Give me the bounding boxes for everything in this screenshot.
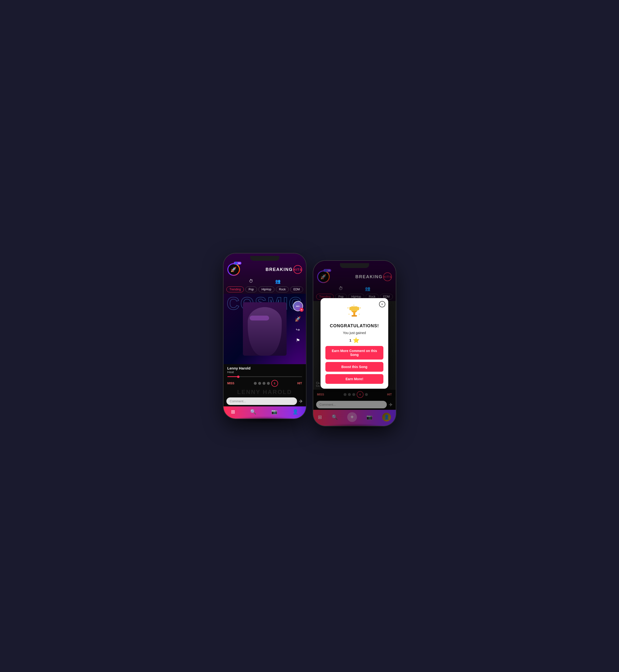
boost-song-button[interactable]: Boost this Song [325,362,384,372]
brand-text: BREAKING [266,267,293,272]
svg-rect-9 [353,313,355,315]
rocket-icon: 🚀 [230,266,236,272]
tab-hiphop[interactable]: HipHop [259,287,274,292]
progress-dot [237,376,239,378]
phone-2-wrapper: 🚀 👤 14 BREAKING HITS [313,261,396,426]
svg-rect-10 [352,315,357,317]
rating-dot-2 [258,382,261,385]
star-count: 1 [349,338,351,342]
top-bar: 🚀 👤 14 BREAKING HITS [223,253,306,278]
svg-text:✦: ✦ [353,304,355,306]
rocket-action-icon[interactable]: 🚀 [295,316,301,322]
scene: 🚀 👤 14 BREAKING HITS [188,202,431,470]
brand-hits-text: HITS [293,268,302,271]
modal-close-button[interactable]: × [379,301,385,307]
rating-dot-1 [254,382,257,385]
phone-2-screen: 🚀 👤 14 BREAKING HITS [313,261,396,426]
side-actions: IMG + 🚀 ↪ ⚑ [293,301,303,343]
gained-text: You just gained [343,331,366,335]
phone-1-wrapper: 🚀 👤 14 BREAKING HITS [223,253,306,419]
svg-text:✦: ✦ [348,313,350,315]
rating-dot-3 [263,382,266,385]
phone-1: 🚀 👤 14 BREAKING HITS [223,253,306,419]
svg-text:✦: ✦ [358,313,360,315]
svg-text:✦: ✦ [359,307,361,309]
avatar-inner: 🚀 [228,264,239,275]
song-info: Lenny Harold Heat [223,364,306,375]
speedometer-icon[interactable]: ⏱ [249,279,253,284]
genre-tabs: Trending Pop HipHop Rock EDM [223,285,306,294]
hit-label: HIT [297,382,302,385]
phone-2: 🚀 👤 14 BREAKING HITS [313,261,396,426]
plus-badge[interactable]: + [300,308,303,312]
phone-1-screen: 🚀 👤 14 BREAKING HITS [223,253,306,419]
star-row: 1 ⭐ [349,337,359,344]
people-icon[interactable]: 👥 [275,279,280,284]
earn-more-button[interactable]: Earn More! [325,374,384,384]
follower-icon: 👤 [235,262,237,264]
tab-trending[interactable]: Trending [226,287,244,292]
comment-row: Comment... ✈ [223,396,306,407]
song-cover: COSMIC IMG + [223,294,306,364]
share-icon[interactable]: ↪ [296,327,300,332]
trophy-container: ✦ ✦ ✦ ✦ ✦ [346,304,363,321]
app-background: 🚀 👤 14 BREAKING HITS [223,253,306,419]
progress-fill [227,376,238,377]
brand-hits: HITS [293,265,302,274]
trophy-icon: ✦ ✦ ✦ ✦ ✦ [346,304,363,321]
earn-more-comment-button[interactable]: Earn More Comment on this Song [325,346,384,360]
progress-bar[interactable] [227,376,302,377]
song-cover-bg: COSMIC IMG + [223,294,306,364]
side-avatar[interactable]: IMG + [293,301,303,311]
rating-dots: 5 [254,380,278,387]
star-icon: ⭐ [353,337,359,344]
svg-rect-7 [349,307,351,310]
rating-dot-4 [267,382,270,385]
follower-count: 14 [238,262,240,264]
brand-title: BREAKING HITS [266,265,302,274]
artist-silhouette [248,307,282,356]
rating-row: MISS 5 HIT [223,378,306,388]
nav-profile[interactable]: 👤 [292,409,298,415]
tab-rock[interactable]: Rock [276,287,289,292]
modal-overlay: × ✦ ✦ ✦ ✦ ✦ [313,261,396,426]
send-icon[interactable]: ✈ [299,399,303,404]
tab-pop[interactable]: Pop [245,287,257,292]
follower-badge: 👤 14 [234,262,241,265]
close-icon: × [381,302,383,306]
miss-label: MISS [227,382,234,385]
nav-home[interactable]: ⊞ [231,409,235,415]
tab-edm[interactable]: EDM [290,287,303,292]
comment-input-display[interactable]: Comment... [226,398,297,405]
svg-rect-8 [357,307,359,310]
rating-active-number: 5 [274,382,275,385]
watermark-text: LENNY HAROLD [223,388,306,396]
phone-1-shadow [232,416,298,423]
rating-dot-active[interactable]: 5 [271,380,278,387]
congrats-title: CONGRATULATIONS! [330,323,379,328]
nav-icons: ⏱ 👥 [223,278,306,285]
svg-text:✦: ✦ [347,307,349,309]
nav-camera[interactable]: 📷 [271,409,277,415]
nav-search[interactable]: 🔍 [250,409,256,415]
app-2-background: 🚀 👤 14 BREAKING HITS [313,261,396,426]
artist-figure [243,302,287,356]
song-title: Heat [227,370,302,374]
avatar-ring[interactable]: 🚀 👤 14 [227,263,240,276]
flag-icon[interactable]: ⚑ [296,338,300,343]
svg-rect-6 [351,306,357,311]
artist-name: Lenny Harold [227,366,302,370]
congratulations-modal: × ✦ ✦ ✦ ✦ ✦ [321,298,388,389]
